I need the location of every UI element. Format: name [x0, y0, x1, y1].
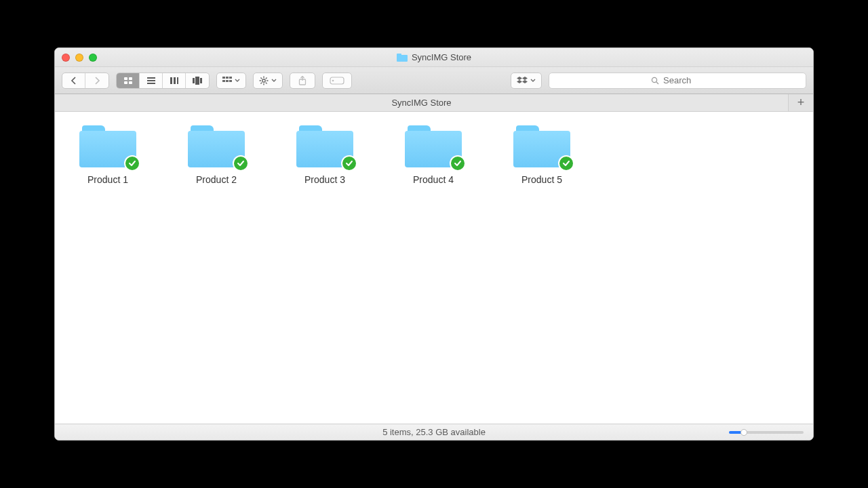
tag-icon [330, 77, 344, 85]
folder-label: Product 2 [196, 174, 237, 185]
chevron-down-icon [530, 79, 536, 83]
status-text: 5 items, 25.3 GB available [55, 427, 813, 437]
svg-rect-13 [222, 77, 225, 79]
share-icon [298, 76, 307, 85]
finder-window: SyncIMG Store [54, 47, 814, 441]
svg-rect-18 [229, 80, 232, 82]
svg-line-27 [260, 82, 262, 83]
folder-icon [405, 125, 462, 167]
folder-label: Product 5 [521, 174, 562, 185]
svg-rect-8 [174, 77, 176, 84]
nav-buttons [62, 73, 109, 89]
svg-rect-12 [200, 78, 202, 83]
tabbar: SyncIMG Store + [55, 94, 813, 112]
svg-rect-17 [226, 80, 229, 82]
folder-icon [513, 125, 570, 167]
file-grid[interactable]: Product 1 Product 2 Product 3 [55, 112, 813, 424]
sync-badge-icon [341, 155, 357, 171]
dropbox-button[interactable] [511, 73, 542, 89]
svg-rect-4 [147, 77, 155, 79]
svg-rect-0 [124, 77, 127, 80]
forward-button[interactable] [85, 73, 108, 88]
sync-badge-icon [450, 155, 466, 171]
svg-rect-10 [193, 78, 195, 83]
svg-rect-5 [147, 80, 155, 81]
search-field[interactable] [549, 73, 806, 89]
svg-point-31 [652, 77, 656, 82]
window-title: SyncIMG Store [55, 52, 813, 62]
svg-point-30 [332, 79, 334, 81]
svg-rect-1 [129, 77, 132, 80]
svg-rect-15 [229, 77, 232, 79]
svg-rect-3 [129, 81, 132, 84]
window-title-text: SyncIMG Store [412, 52, 471, 62]
folder-item[interactable]: Product 3 [291, 125, 359, 185]
svg-rect-6 [147, 83, 155, 84]
back-button[interactable] [62, 73, 85, 88]
folder-icon [188, 125, 245, 167]
titlebar: SyncIMG Store [55, 48, 813, 67]
plus-icon: + [797, 96, 805, 110]
coverflow-view-button[interactable] [186, 73, 209, 88]
svg-rect-14 [226, 77, 229, 79]
svg-line-24 [260, 77, 262, 79]
folder-icon [296, 125, 353, 167]
chevron-down-icon [271, 79, 277, 83]
traffic-lights [55, 54, 97, 62]
svg-line-32 [656, 82, 658, 84]
svg-rect-9 [177, 77, 178, 84]
svg-point-19 [262, 79, 265, 81]
folder-item[interactable]: Product 1 [74, 125, 142, 185]
zoom-button[interactable] [89, 54, 97, 62]
svg-line-25 [266, 82, 267, 83]
column-view-button[interactable] [163, 73, 186, 88]
dropbox-icon [517, 77, 528, 85]
folder-icon [79, 125, 136, 167]
statusbar: 5 items, 25.3 GB available [55, 424, 813, 440]
tab-syncimg-store[interactable]: SyncIMG Store [55, 94, 789, 111]
folder-label: Product 3 [304, 174, 345, 185]
search-icon [651, 77, 659, 85]
list-view-button[interactable] [140, 73, 163, 88]
arrange-button[interactable] [216, 73, 246, 89]
sync-badge-icon [124, 155, 140, 171]
new-tab-button[interactable]: + [789, 94, 813, 111]
svg-rect-2 [124, 81, 127, 84]
view-mode-buttons [116, 73, 210, 89]
toolbar [55, 67, 813, 94]
svg-rect-7 [170, 77, 172, 84]
minimize-button[interactable] [75, 54, 83, 62]
folder-item[interactable]: Product 4 [399, 125, 467, 185]
svg-line-26 [266, 77, 267, 79]
close-button[interactable] [62, 54, 70, 62]
svg-rect-11 [195, 77, 199, 85]
sync-badge-icon [558, 155, 574, 171]
folder-label: Product 4 [413, 174, 454, 185]
search-input[interactable] [663, 75, 704, 85]
folder-icon [397, 54, 408, 62]
icon-size-slider[interactable] [729, 431, 804, 434]
chevron-down-icon [235, 79, 240, 83]
tags-button[interactable] [322, 73, 352, 89]
slider-knob[interactable] [741, 429, 747, 436]
folder-item[interactable]: Product 5 [508, 125, 576, 185]
share-button[interactable] [290, 73, 315, 89]
gear-icon [259, 76, 269, 85]
action-button[interactable] [253, 73, 283, 89]
folder-item[interactable]: Product 2 [182, 125, 250, 185]
sync-badge-icon [233, 155, 249, 171]
svg-rect-16 [222, 80, 225, 82]
folder-label: Product 1 [87, 174, 128, 185]
icon-view-button[interactable] [117, 73, 140, 88]
tab-label: SyncIMG Store [391, 98, 451, 108]
